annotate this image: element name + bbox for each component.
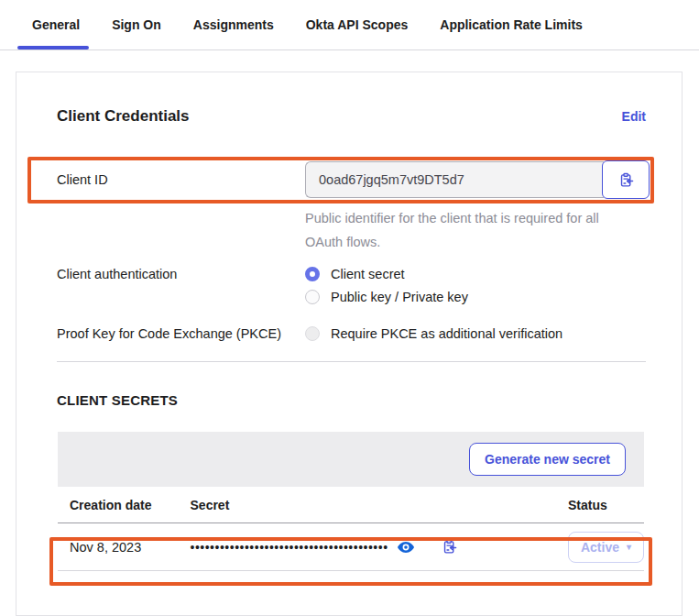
secret-cell: ••••••••••••••••••••••••••••••••••••••••: [191, 539, 556, 555]
section-divider: [57, 361, 646, 362]
caret-down-icon: ▾: [627, 542, 631, 552]
table-header-row: Creation date Secret Status: [58, 487, 644, 523]
client-id-input[interactable]: [305, 161, 604, 198]
client-authentication-label: Client authentication: [57, 267, 305, 281]
radio-unselected-icon[interactable]: [305, 290, 320, 304]
pkce-label: Proof Key for Code Exchange (PKCE): [57, 326, 305, 341]
tab-okta-api-scopes[interactable]: Okta API Scopes: [306, 0, 409, 50]
column-header-secret: Secret: [179, 487, 556, 523]
radio-option-label: Client secret: [331, 267, 405, 281]
copy-client-id-button[interactable]: [602, 160, 650, 199]
pkce-row: Proof Key for Code Exchange (PKCE) Requi…: [57, 326, 646, 341]
tab-assignments[interactable]: Assignments: [193, 0, 274, 50]
radio-selected-icon[interactable]: [305, 267, 320, 281]
copy-icon: [442, 539, 457, 555]
client-secrets-panel: Generate new secret Creation date Secret…: [58, 432, 644, 571]
column-header-status: Status: [556, 487, 644, 523]
status-dropdown-button[interactable]: Active ▾: [568, 532, 644, 563]
tab-general[interactable]: General: [32, 0, 80, 50]
pkce-option[interactable]: Require PKCE as additional verification: [305, 326, 646, 341]
status-label: Active: [581, 540, 619, 555]
checkbox-unchecked-icon[interactable]: [305, 326, 320, 341]
client-secrets-table: Creation date Secret Status Nov 8, 2023 …: [58, 487, 644, 571]
client-credentials-title: Client Credentials: [57, 107, 190, 126]
generate-new-secret-button[interactable]: Generate new secret: [469, 443, 626, 476]
client-credentials-header: Client Credentials Edit: [57, 107, 646, 126]
edit-link[interactable]: Edit: [622, 109, 646, 124]
radio-option-client-secret[interactable]: Client secret: [305, 267, 646, 281]
tab-application-rate-limits[interactable]: Application Rate Limits: [440, 0, 583, 50]
column-header-creation-date: Creation date: [58, 487, 179, 523]
app-tabbar: General Sign On Assignments Okta API Sco…: [0, 0, 699, 50]
client-id-help-text: Public identifier for the client that is…: [305, 206, 624, 254]
client-id-row: Client ID: [57, 160, 646, 199]
masked-secret-value: ••••••••••••••••••••••••••••••••••••••••: [191, 541, 388, 554]
creation-date-cell: Nov 8, 2023: [58, 523, 179, 571]
client-authentication-row: Client authentication Client secret Publ…: [57, 267, 646, 304]
radio-option-public-private-key[interactable]: Public key / Private key: [305, 290, 646, 304]
client-id-input-group: [305, 160, 650, 199]
client-secrets-title: CLIENT SECRETS: [57, 392, 646, 408]
client-id-label: Client ID: [57, 172, 305, 187]
copy-secret-button[interactable]: [442, 539, 457, 555]
radio-option-label: Public key / Private key: [331, 290, 468, 304]
reveal-secret-button[interactable]: [398, 541, 414, 554]
tab-sign-on[interactable]: Sign On: [112, 0, 161, 50]
client-credentials-card: Client Credentials Edit Client ID: [16, 72, 683, 616]
client-secrets-toolbar: Generate new secret: [58, 432, 644, 487]
pkce-option-label: Require PKCE as additional verification: [331, 326, 562, 341]
eye-icon: [398, 541, 414, 554]
copy-icon: [618, 172, 634, 188]
okta-app-settings-page: { "tabs": [ { "label": "General", "activ…: [0, 0, 699, 616]
table-row: Nov 8, 2023 ••••••••••••••••••••••••••••…: [58, 523, 644, 571]
